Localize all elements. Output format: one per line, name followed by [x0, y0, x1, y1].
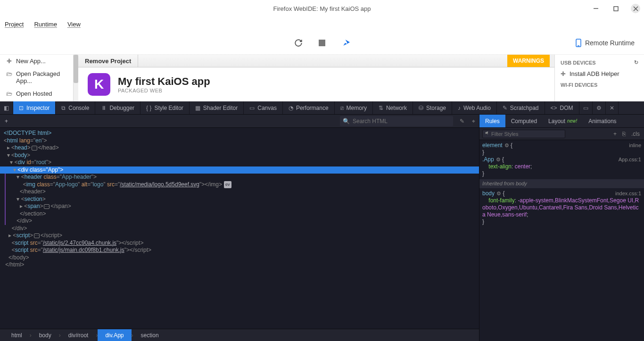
tab-computed[interactable]: Computed: [505, 115, 543, 127]
inspector-toolbar: + 🔍 ✎ ⌖: [0, 115, 479, 128]
devtools-tabs: ◧ ⊡Inspector ⧉Console ⏸Debugger { }Style…: [0, 101, 644, 115]
styles-tabs: Rules Computed Layoutnew! Animations: [479, 115, 644, 128]
install-adb-label: Install ADB Helper: [570, 70, 619, 77]
new-app-label: New App...: [16, 58, 46, 65]
install-adb-item[interactable]: ✚ Install ADB Helper: [555, 67, 644, 80]
menu-runtime[interactable]: Runtime: [34, 21, 57, 28]
devtools: ◧ ⊡Inspector ⧉Console ⏸Debugger { }Style…: [0, 101, 644, 341]
search-html[interactable]: 🔍: [340, 116, 453, 126]
bc-body[interactable]: body: [32, 329, 59, 341]
tab-animations[interactable]: Animations: [583, 115, 622, 127]
devtools-body: + 🔍 ✎ ⌖ <!DOCTYPE html> <html lang="en">…: [0, 115, 644, 341]
remote-runtime-label: Remote Runtime: [585, 39, 635, 47]
tab-layout[interactable]: Layoutnew!: [543, 115, 583, 127]
window-controls: [591, 4, 640, 13]
tab-console[interactable]: ⧉Console: [56, 101, 95, 114]
responsive-mode-button[interactable]: ▭: [579, 101, 593, 114]
pseudo-class-button[interactable]: ⎘: [621, 131, 627, 137]
wifi-header-label: WI-FI DEVICES: [561, 82, 597, 88]
cls-toggle[interactable]: .cls: [630, 131, 641, 137]
edit-html-button[interactable]: ✎: [456, 118, 468, 125]
left-scrollbar[interactable]: [74, 55, 78, 101]
menu-project[interactable]: Project: [5, 21, 24, 28]
tab-debugger[interactable]: ⏸Debugger: [95, 101, 140, 114]
search-icon: 🔍: [343, 118, 350, 125]
usb-header-label: USB DEVICES: [561, 60, 596, 66]
svg-rect-1: [614, 7, 618, 11]
tab-network[interactable]: ⇅Network: [373, 101, 413, 114]
search-html-input[interactable]: [353, 118, 450, 125]
iframe-picker-button[interactable]: ◧: [0, 101, 13, 114]
project-title: My first KaiOS app: [118, 75, 210, 88]
project-subtitle: PACKAGED WEB: [118, 88, 210, 93]
styles-rules[interactable]: inlineelement⚙ {} App.css:1.App⚙ { text-…: [479, 140, 644, 341]
reload-button[interactable]: [294, 38, 303, 48]
dom-tree[interactable]: <!DOCTYPE html> <html lang="en"> ▸ <head…: [0, 128, 479, 329]
toolbar: Remote Runtime: [0, 31, 644, 55]
project-header: K My first KaiOS app PACKAGED WEB: [78, 67, 554, 101]
styles-panel: Rules Computed Layoutnew! Animations + ⎘…: [479, 115, 644, 341]
folder-icon: 🗁: [6, 90, 12, 97]
right-panel: USB DEVICES ↻ ✚ Install ADB Helper WI-FI…: [554, 55, 644, 101]
devtools-close-button[interactable]: ✕: [606, 101, 619, 114]
menu-view[interactable]: View: [67, 21, 81, 28]
bc-section[interactable]: section: [133, 329, 166, 341]
tab-memory[interactable]: ⎚Memory: [335, 101, 373, 114]
open-hosted-item[interactable]: 🗁 Open Hosted: [0, 87, 73, 100]
bc-divapp[interactable]: div.App: [98, 329, 131, 341]
tab-rules[interactable]: Rules: [479, 115, 505, 127]
plus-circle-icon: ✚: [561, 70, 566, 77]
svg-rect-4: [319, 40, 325, 46]
tab-dom[interactable]: <>DOM: [545, 101, 579, 114]
tab-inspector[interactable]: ⊡Inspector: [13, 101, 56, 114]
app-icon: K: [88, 73, 110, 96]
scrollbar-thumb[interactable]: [74, 55, 78, 83]
wifi-devices-header: WI-FI DEVICES: [555, 80, 644, 90]
breadcrumb: html› body› div#root› div.App› section: [0, 329, 479, 341]
bc-divroot[interactable]: div#root: [61, 329, 96, 341]
debug-button[interactable]: [341, 38, 350, 48]
warnings-badge[interactable]: WARNINGS: [507, 55, 550, 67]
tab-canvas[interactable]: ▭Canvas: [244, 101, 283, 114]
new-app-item[interactable]: ✚ New App...: [0, 55, 73, 67]
remove-project-tab[interactable]: Remove Project: [78, 55, 138, 67]
titlebar: Firefox WebIDE: My first KaiOS app: [0, 0, 644, 17]
filter-styles-input[interactable]: [482, 130, 565, 138]
eyedropper-button[interactable]: ⌖: [468, 118, 479, 125]
project-bar: Remove Project WARNINGS: [78, 55, 554, 67]
tab-shader-editor[interactable]: ▦Shader Editor: [190, 101, 244, 114]
refresh-icon[interactable]: ↻: [634, 59, 638, 66]
tab-scratchpad[interactable]: ✎Scratchpad: [497, 101, 545, 114]
content-row: ✚ New App... 🗁 Open Packaged App... 🗁 Op…: [0, 55, 644, 101]
maximize-button[interactable]: [611, 4, 620, 13]
remote-runtime[interactable]: Remote Runtime: [576, 39, 635, 47]
bc-html[interactable]: html: [4, 329, 30, 341]
usb-devices-header: USB DEVICES ↻: [555, 58, 644, 67]
tab-web-audio[interactable]: ♪Web Audio: [452, 101, 497, 114]
project-bar-scrollbar[interactable]: [550, 55, 554, 67]
tab-style-editor[interactable]: { }Style Editor: [140, 101, 190, 114]
folder-icon: 🗁: [6, 70, 12, 77]
tab-storage[interactable]: ⛁Storage: [413, 101, 452, 114]
menubar: Project Runtime View: [0, 17, 644, 31]
inherited-from-label: Inherited from body: [479, 179, 644, 188]
window-title: Firefox WebIDE: My first KaiOS app: [273, 5, 371, 12]
open-packaged-item[interactable]: 🗁 Open Packaged App...: [0, 67, 73, 87]
styles-filter-bar: + ⎘ .cls: [479, 128, 644, 140]
open-hosted-label: Open Hosted: [16, 90, 52, 97]
add-node-button[interactable]: +: [0, 118, 13, 125]
minimize-button[interactable]: [591, 4, 601, 13]
tab-performance[interactable]: ◔Performance: [283, 101, 335, 114]
add-rule-button[interactable]: +: [612, 131, 618, 137]
stop-button[interactable]: [317, 38, 327, 48]
inspector-left: + 🔍 ✎ ⌖ <!DOCTYPE html> <html lang="en">…: [0, 115, 479, 341]
phone-icon: [576, 39, 581, 47]
left-panel: ✚ New App... 🗁 Open Packaged App... 🗁 Op…: [0, 55, 74, 101]
center-panel: Remove Project WARNINGS K My first KaiOS…: [78, 55, 554, 101]
close-button[interactable]: [631, 4, 640, 13]
selected-dom-node[interactable]: ▾ <div class="App">: [0, 166, 479, 174]
plus-circle-icon: ✚: [6, 58, 12, 65]
open-packaged-label: Open Packaged App...: [16, 70, 67, 84]
devtools-options-button[interactable]: ⚙: [593, 101, 606, 114]
